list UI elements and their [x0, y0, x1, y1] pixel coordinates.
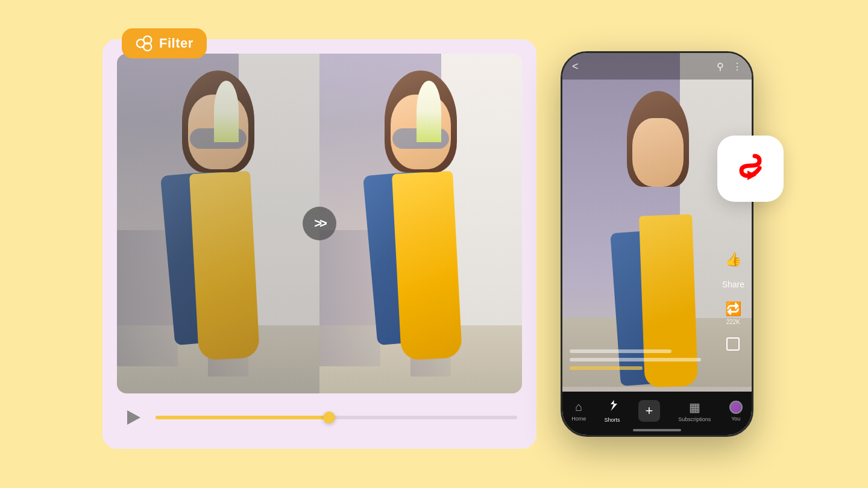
nav-item-shorts[interactable]: Shorts	[605, 399, 620, 423]
main-container: Filter >>	[0, 0, 868, 488]
filter-badge[interactable]: Filter	[122, 28, 207, 58]
play-icon	[127, 410, 140, 425]
home-icon: ⌂	[575, 400, 582, 414]
subscriptions-icon: ▦	[689, 400, 700, 414]
progress-thumb[interactable]	[323, 411, 335, 424]
save-action[interactable]	[726, 337, 740, 351]
search-icon[interactable]: ⚲	[717, 61, 724, 72]
shorts-label: Shorts	[605, 417, 620, 423]
remix-count: 222K	[726, 319, 740, 325]
filter-label: Filter	[159, 36, 193, 51]
phone-text-overlay	[570, 349, 715, 375]
play-button[interactable]	[122, 405, 146, 430]
back-button[interactable]: <	[572, 60, 579, 73]
home-label: Home	[571, 416, 586, 422]
remix-action[interactable]: 🔁 222K	[725, 301, 741, 325]
compare-arrow: >>	[303, 207, 336, 240]
shorts-icon-badge	[717, 136, 784, 202]
share-action[interactable]: Share	[722, 280, 744, 289]
filter-icon	[135, 34, 153, 52]
editor-panel: Filter >>	[102, 39, 536, 449]
flower-right	[417, 81, 441, 142]
nav-item-subscriptions[interactable]: ▦ Subscriptions	[678, 400, 711, 422]
svg-rect-3	[729, 148, 772, 190]
phone-face	[632, 118, 684, 187]
nav-item-add[interactable]: +	[638, 400, 660, 422]
phone-frame: < ⚲ ⋮ 👍	[561, 51, 753, 437]
before-photo	[117, 54, 319, 393]
you-label: You	[731, 416, 740, 422]
dress	[189, 171, 260, 361]
phone-actions: 👍 Share 🔁 222K	[722, 252, 744, 351]
nav-item-you[interactable]: You	[729, 401, 743, 422]
flower	[214, 81, 238, 142]
home-indicator	[633, 429, 681, 431]
video-before-frame	[117, 54, 319, 393]
text-line-3	[570, 366, 643, 370]
add-button[interactable]: +	[638, 400, 660, 422]
shorts-nav-icon	[606, 399, 619, 415]
nav-item-home[interactable]: ⌂ Home	[571, 400, 586, 422]
phone-top-bar: < ⚲ ⋮	[562, 53, 752, 80]
shorts-logo	[729, 148, 772, 190]
progress-bar[interactable]	[156, 416, 517, 419]
like-action[interactable]: 👍	[725, 252, 741, 267]
text-line-2	[570, 358, 701, 361]
video-after-frame	[319, 54, 522, 393]
phone-mockup-wrapper: < ⚲ ⋮ 👍	[561, 51, 766, 437]
user-avatar	[729, 401, 743, 414]
phone-video	[562, 53, 752, 435]
playback-bar	[117, 405, 522, 430]
text-line-1	[570, 349, 671, 353]
video-compare-area: >>	[117, 54, 522, 393]
subscriptions-label: Subscriptions	[678, 416, 711, 422]
dress-right	[392, 171, 462, 361]
after-photo	[319, 54, 522, 393]
progress-filled	[156, 416, 329, 419]
more-icon[interactable]: ⋮	[732, 61, 742, 72]
phone-top-icons: ⚲ ⋮	[717, 61, 742, 72]
